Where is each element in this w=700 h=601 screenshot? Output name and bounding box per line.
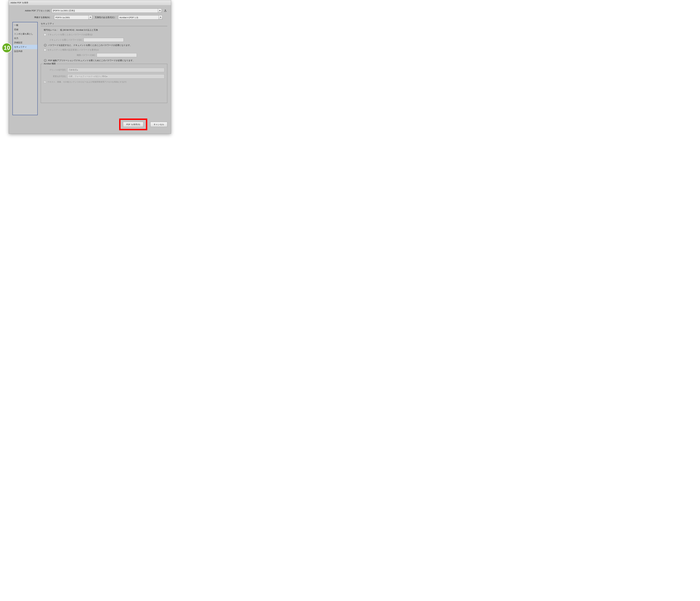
acrobat-permissions-legend: Acrobat 権限 xyxy=(43,62,56,65)
standard-value: PDF/X-1a:2001 xyxy=(55,16,70,19)
save-button-highlight: PDF を保存(S) xyxy=(119,119,147,130)
compat-label: 互換性のある形式(C) : xyxy=(95,16,116,19)
cancel-button[interactable]: キャンセル xyxy=(150,122,167,127)
preset-label: Adobe PDF プリセット(A) : xyxy=(12,9,52,12)
preset-dropdown[interactable]: [PDF/X-1a:2001 (日本)] xyxy=(52,8,162,13)
sidebar-item[interactable]: 詳細設定 xyxy=(13,41,38,45)
sidebar-item[interactable]: セキュリティ xyxy=(13,45,38,49)
permission-password-info: PDF 編集アプリケーションでドキュメントを開くためにこのパスワードが必要になり… xyxy=(48,59,135,62)
changes-allowed-label: 変更を許可(G) : xyxy=(44,75,68,78)
changes-allowed-dropdown: 注釈、フォームフィールドへの記入と署名 xyxy=(68,74,165,78)
sidebar-item[interactable]: 一般 xyxy=(13,23,38,27)
section-title: セキュリティ xyxy=(41,22,167,26)
sidebar-item[interactable]: 圧縮 xyxy=(13,27,38,32)
changes-allowed-value: 注釈、フォームフィールドへの記入と署名 xyxy=(69,75,106,78)
security-panel: セキュリティ 暗号化レベル : 低 (40-bit RC4) - Acrobat… xyxy=(41,22,167,115)
encryption-level-label: 暗号化レベル : xyxy=(44,29,57,31)
info-icon: i xyxy=(44,59,47,62)
standard-dropdown[interactable]: PDF/X-1a:2001 xyxy=(54,15,92,20)
chevron-down-icon xyxy=(89,16,92,19)
open-password-checkbox-label: ドキュメントを開くときにパスワードが必要(Q) xyxy=(47,33,93,36)
chevron-down-icon xyxy=(158,9,161,12)
dialog-title: Adobe PDF を保存 xyxy=(9,0,171,5)
acrobat-permissions-group: Acrobat 権限 プリントの許可(E) : 高解像度 xyxy=(41,64,167,103)
save-pdf-button[interactable]: PDF を保存(S) xyxy=(123,122,143,127)
sidebar-item[interactable]: トンボと裁ち落とし xyxy=(13,32,38,36)
chevron-down-icon xyxy=(77,69,78,71)
compat-value: Acrobat 4 (PDF 1.3) xyxy=(119,16,138,19)
open-password-info: パスワードを設定すると、ドキュメントを開くときにこのパスワードが必要になります。 xyxy=(48,44,132,47)
info-icon: i xyxy=(44,44,47,47)
permission-password-checkbox-label: セキュリティと権限の設定変更にパスワードを要求(U) xyxy=(47,49,99,51)
printing-allowed-dropdown: 高解像度 xyxy=(68,68,165,72)
save-pdf-dialog: Adobe PDF を保存 Adobe PDF プリセット(A) : [PDF/… xyxy=(9,0,171,134)
svg-text:i: i xyxy=(45,44,46,46)
enable-copy-label: テキスト、画像、その他コンテンツのコピーおよび視覚障害者用アクセスを有効にする(… xyxy=(47,81,126,83)
svg-text:i: i xyxy=(45,60,46,61)
enable-copy-checkbox xyxy=(44,81,46,83)
permission-password-label: 権限パスワード(W) : xyxy=(41,54,97,56)
category-sidebar: 一般圧縮トンボと裁ち落とし出力詳細設定セキュリティ設定内容 xyxy=(12,22,38,115)
open-password-input xyxy=(83,38,124,42)
open-password-label: ドキュメントを開くパスワード(D) : xyxy=(41,38,83,41)
compat-dropdown[interactable]: Acrobat 4 (PDF 1.3) xyxy=(118,15,162,20)
printing-allowed-label: プリントの許可(E) : xyxy=(44,69,68,71)
sidebar-item[interactable]: 設定内容 xyxy=(13,49,38,53)
standard-label: 準拠する規格(N) : xyxy=(12,16,52,19)
chevron-down-icon xyxy=(106,75,107,78)
save-preset-icon[interactable] xyxy=(164,9,167,12)
permission-password-checkbox xyxy=(44,49,46,51)
chevron-down-icon xyxy=(159,16,162,19)
encryption-level-value: 低 (40-bit RC4) - Acrobat 3.0 以上と互換 xyxy=(60,29,98,31)
permission-password-input xyxy=(97,53,137,57)
step-badge: 10 xyxy=(2,43,12,53)
preset-value: [PDF/X-1a:2001 (日本)] xyxy=(53,9,75,12)
printing-allowed-value: 高解像度 xyxy=(69,69,77,71)
open-password-checkbox xyxy=(44,33,46,36)
sidebar-item[interactable]: 出力 xyxy=(13,36,38,41)
